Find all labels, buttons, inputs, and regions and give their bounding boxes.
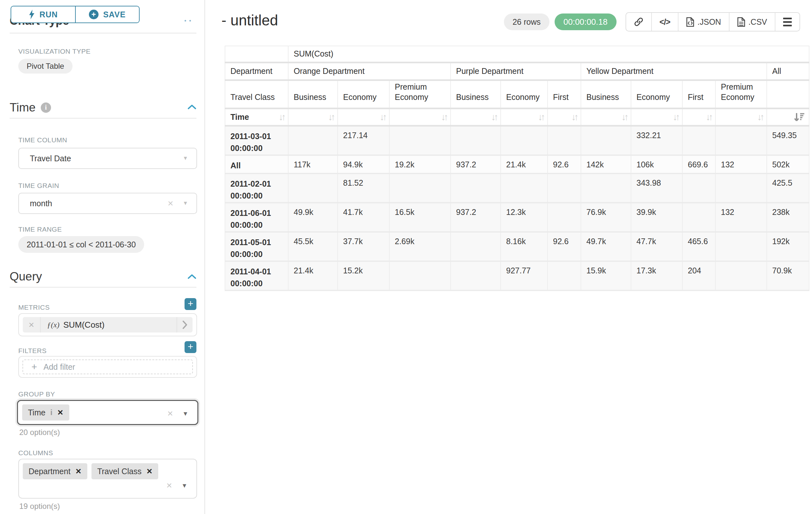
- pivot-value-cell: [581, 126, 631, 155]
- pivot-travel-class-label: Travel Class: [225, 80, 288, 108]
- caret-down-icon: ▼: [183, 200, 188, 207]
- remove-metric-icon[interactable]: ×: [23, 319, 40, 330]
- info-icon[interactable]: i: [50, 408, 53, 417]
- time-range-pill[interactable]: 2011-01-01 ≤ col < 2011-06-30: [18, 236, 144, 253]
- group-by-chips: Timei✕: [22, 404, 69, 421]
- pivot-sort-cell[interactable]: ↓↑: [338, 108, 389, 126]
- pivot-all-header: All: [767, 62, 809, 80]
- add-filter-button[interactable]: + Add filter: [23, 359, 193, 374]
- info-icon[interactable]: i: [41, 103, 51, 113]
- sort-updown-icon[interactable]: ↓↑: [441, 112, 446, 123]
- chevron-right-icon[interactable]: [176, 317, 193, 332]
- chart-menu-button[interactable]: [775, 13, 800, 31]
- pivot-sort-cell[interactable]: ↓↑: [682, 108, 716, 126]
- explore-page: Chart Type RUN + SAVE VISUALIZATION TYPE…: [0, 0, 812, 514]
- share-link-button[interactable]: [626, 13, 651, 31]
- link-icon: [634, 17, 643, 27]
- pivot-table-container: SUM(Cost)DepartmentOrange DepartmentPurp…: [225, 46, 809, 291]
- clear-icon[interactable]: ×: [166, 481, 172, 490]
- export-toolbar: </> .JSON .CSV: [626, 12, 800, 31]
- plus-circle-icon: +: [89, 10, 98, 19]
- pivot-sort-cell[interactable]: ↓↑: [548, 108, 581, 126]
- pivot-sort-cell[interactable]: ↓↑: [389, 108, 451, 126]
- clear-icon[interactable]: ×: [168, 198, 173, 209]
- columns-select[interactable]: Department✕Travel Class✕ × ▼: [18, 459, 197, 498]
- add-metric-button[interactable]: +: [184, 298, 196, 310]
- view-query-button[interactable]: </>: [651, 13, 678, 31]
- run-button-label: RUN: [39, 10, 58, 19]
- pivot-sort-cell[interactable]: ↓↑: [581, 108, 631, 126]
- viz-type-pill[interactable]: Pivot Table: [18, 59, 72, 74]
- pivot-sort-cell[interactable]: ↓↑: [716, 108, 767, 126]
- pivot-subcolumn-header: First: [682, 80, 716, 108]
- control-panel-sidebar: Chart Type RUN + SAVE VISUALIZATION TYPE…: [0, 0, 205, 514]
- pivot-sort-cell[interactable]: ↓↑: [501, 108, 548, 126]
- pivot-time-sort-cell[interactable]: Time↓↑: [225, 108, 288, 126]
- chart-title[interactable]: - untitled: [222, 11, 278, 29]
- sort-updown-icon[interactable]: ↓↑: [621, 112, 627, 123]
- pivot-sort-cell[interactable]: ↓↑: [288, 108, 338, 126]
- sort-updown-icon[interactable]: ↓↑: [757, 112, 762, 123]
- export-csv-button[interactable]: .CSV: [729, 13, 775, 31]
- pivot-row-header: 2011-04-01 00:00:00: [225, 261, 288, 290]
- sort-updown-icon[interactable]: ↓↑: [491, 112, 496, 123]
- selected-chip[interactable]: Timei✕: [22, 404, 69, 421]
- remove-chip-icon[interactable]: ✕: [146, 467, 152, 476]
- sort-updown-icon[interactable]: ↓↑: [538, 112, 543, 123]
- group-by-select[interactable]: Timei✕ × ▼: [17, 400, 198, 425]
- time-range-label: TIME RANGE: [18, 225, 62, 233]
- pivot-value-cell: 465.6: [682, 232, 716, 261]
- pivot-sort-cell[interactable]: ↓↑: [451, 108, 501, 126]
- sort-updown-icon[interactable]: ↓↑: [380, 112, 385, 123]
- pivot-value-cell: 21.4k: [501, 155, 548, 173]
- plus-icon: +: [31, 361, 37, 372]
- metric-name: SUM(Cost): [63, 320, 105, 330]
- pivot-sort-cell[interactable]: [767, 108, 809, 126]
- pivot-sort-cell[interactable]: ↓↑: [631, 108, 682, 126]
- pivot-value-cell: [288, 173, 338, 203]
- sort-updown-icon[interactable]: ↓↑: [706, 112, 711, 123]
- selected-chip[interactable]: Travel Class✕: [91, 463, 158, 479]
- pivot-value-cell: [716, 126, 767, 155]
- sort-updown-icon[interactable]: ↓↑: [328, 112, 334, 123]
- selected-chip[interactable]: Department✕: [23, 463, 87, 479]
- run-button[interactable]: RUN: [11, 6, 75, 23]
- time-column-select[interactable]: Travel Date ▼: [18, 148, 197, 169]
- panel-drag-handle-icon[interactable]: [184, 20, 191, 22]
- remove-chip-icon[interactable]: ✕: [76, 467, 82, 476]
- pivot-data-row: 2011-06-01 00:00:0049.9k41.7k16.5k937.21…: [225, 203, 809, 232]
- remove-chip-icon[interactable]: ✕: [57, 408, 63, 417]
- time-grain-select[interactable]: month × ▼: [18, 193, 197, 214]
- result-controls: 26 rows 00:00:00.18 </>: [504, 12, 800, 31]
- pivot-subcolumn-header: Premium Economy: [716, 80, 767, 108]
- sort-updown-icon[interactable]: ↓↑: [571, 112, 577, 123]
- pivot-table: SUM(Cost)DepartmentOrange DepartmentPurp…: [225, 46, 809, 291]
- pivot-value-cell: [288, 126, 338, 155]
- pivot-data-row: All117k94.9k19.2k937.221.4k92.6142k106k6…: [225, 155, 809, 173]
- sort-updown-icon[interactable]: ↓↑: [673, 112, 678, 123]
- pivot-value-cell: 425.5: [767, 173, 809, 203]
- chevron-up-icon[interactable]: [187, 274, 197, 279]
- pivot-subcolumn-header: Business: [581, 80, 631, 108]
- caret-down-icon: ▼: [181, 483, 187, 489]
- pivot-value-cell: [451, 232, 501, 261]
- sort-descending-icon[interactable]: [794, 112, 805, 121]
- clear-icon[interactable]: ×: [167, 409, 173, 418]
- chevron-up-icon[interactable]: [187, 104, 197, 110]
- pivot-subcolumn-header: Business: [451, 80, 501, 108]
- time-grain-value: month: [30, 199, 52, 208]
- pivot-row-header: 2011-06-01 00:00:00: [225, 203, 288, 232]
- pivot-value-cell: 132: [716, 203, 767, 232]
- pivot-corner-cell: [225, 46, 288, 62]
- save-button[interactable]: + SAVE: [75, 6, 139, 23]
- add-filter-plus-button[interactable]: +: [184, 341, 196, 353]
- export-json-button[interactable]: .JSON: [678, 13, 729, 31]
- sort-updown-icon[interactable]: ↓↑: [279, 112, 284, 123]
- metric-pill[interactable]: × ƒ(x) SUM(Cost): [23, 317, 193, 332]
- pivot-department-label: Department: [225, 62, 288, 80]
- pivot-value-cell: [501, 126, 548, 155]
- pivot-time-label: Time: [230, 112, 249, 121]
- columns-chips: Department✕Travel Class✕: [23, 463, 158, 479]
- pivot-value-cell: [501, 173, 548, 203]
- pivot-value-cell: [389, 126, 451, 155]
